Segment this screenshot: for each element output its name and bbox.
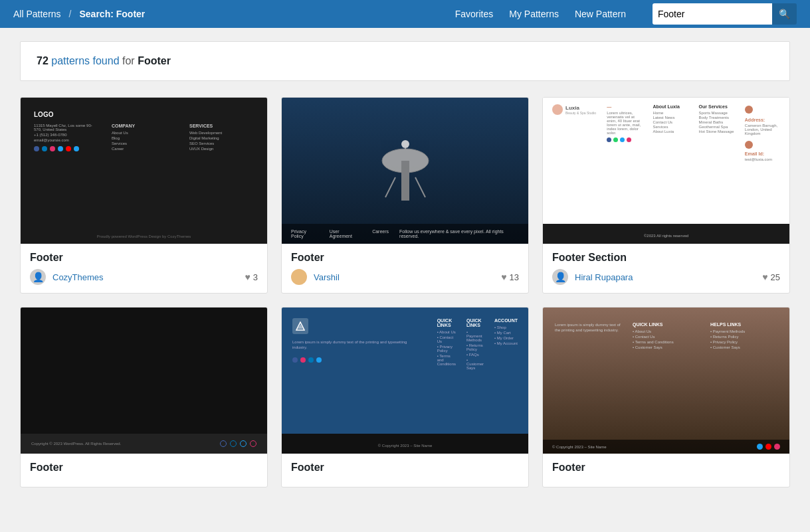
pattern-card: LOGO 11315 Mayell Chz, Los some 90-570, … bbox=[20, 97, 268, 294]
results-count: 72 bbox=[37, 55, 49, 66]
svg-line-3 bbox=[415, 177, 425, 197]
pattern-card: Lorem ipsum is simply dummy text of the … bbox=[281, 307, 529, 488]
heart-icon: ♥ bbox=[762, 272, 767, 282]
my-patterns-link[interactable]: My Patterns bbox=[509, 9, 559, 19]
pattern-preview[interactable]: Copyright © 2023 WordPress. All Rights R… bbox=[21, 308, 267, 454]
author-name[interactable]: CozyThemes bbox=[52, 272, 104, 282]
pattern-card: Copyright © 2023 WordPress. All Rights R… bbox=[20, 307, 268, 488]
favorites-link[interactable]: Favorites bbox=[455, 9, 494, 19]
author-name[interactable]: Varshil bbox=[314, 272, 340, 282]
pattern-card: Luxia Beauty & Spa Studio — Lorem ultric… bbox=[542, 97, 790, 294]
results-query: Footer bbox=[138, 55, 171, 66]
heart-icon: ♥ bbox=[245, 272, 250, 282]
author-name[interactable]: Hiral Rupapara bbox=[575, 272, 633, 282]
pattern-meta: Varshil ♥ 13 bbox=[291, 269, 519, 285]
like-count: 13 bbox=[510, 272, 519, 282]
pattern-title: Footer bbox=[30, 252, 258, 264]
breadcrumb-separator: / bbox=[69, 9, 72, 19]
pattern-info: Footer Section 👤 Hiral Rupapara ♥ 25 bbox=[543, 244, 789, 293]
author-avatar: 👤 bbox=[30, 269, 46, 285]
main-nav: Favorites My Patterns New Pattern 🔍 bbox=[455, 3, 797, 25]
pattern-info: Footer bbox=[543, 454, 789, 487]
results-for-label: for bbox=[122, 55, 138, 66]
pattern-info: Footer Varshil ♥ 13 bbox=[282, 244, 528, 293]
pattern-preview[interactable]: LOGO 11315 Mayell Chz, Los some 90-570, … bbox=[21, 98, 267, 244]
results-text: 72 patterns found for Footer bbox=[37, 55, 773, 67]
pattern-title: Footer Section bbox=[552, 252, 780, 264]
pattern-info: Footer bbox=[21, 454, 267, 487]
pattern-title: Footer bbox=[291, 252, 519, 264]
pattern-title: Footer bbox=[30, 462, 258, 474]
new-pattern-link[interactable]: New Pattern bbox=[575, 9, 626, 19]
svg-point-4 bbox=[401, 140, 409, 148]
search-input[interactable] bbox=[653, 3, 772, 25]
pattern-preview[interactable]: Lorem ipsum is simply dummy text of the … bbox=[543, 308, 789, 454]
site-header: All Patterns / Search: Footer Favorites … bbox=[0, 0, 810, 28]
author-avatar bbox=[291, 269, 307, 285]
pattern-meta: 👤 Hiral Rupapara ♥ 25 bbox=[552, 269, 780, 285]
author-avatar: 👤 bbox=[552, 269, 568, 285]
heart-icon: ♥ bbox=[501, 272, 506, 282]
pattern-preview[interactable]: Lorem ipsum is simply dummy text of the … bbox=[282, 308, 528, 454]
svg-line-2 bbox=[385, 177, 395, 197]
pattern-preview[interactable]: Luxia Beauty & Spa Studio — Lorem ultric… bbox=[543, 98, 789, 244]
pattern-meta: 👤 CozyThemes ♥ 3 bbox=[30, 269, 258, 285]
results-label: patterns found bbox=[51, 55, 122, 66]
breadcrumb-current: Search: Footer bbox=[79, 9, 145, 19]
likes: ♥ 3 bbox=[245, 272, 258, 282]
likes: ♥ 13 bbox=[501, 272, 519, 282]
like-count: 25 bbox=[771, 272, 780, 282]
search-bar: 🔍 bbox=[653, 3, 797, 25]
like-count: 3 bbox=[253, 272, 258, 282]
pattern-card: Privacy Policy User Agreement Careers Fo… bbox=[281, 97, 529, 294]
pattern-card: Lorem ipsum is simply dummy text of the … bbox=[542, 307, 790, 488]
all-patterns-link[interactable]: All Patterns bbox=[13, 9, 61, 19]
pattern-title: Footer bbox=[291, 462, 519, 474]
pattern-info: Footer 👤 CozyThemes ♥ 3 bbox=[21, 244, 267, 293]
breadcrumb-area: All Patterns / Search: Footer bbox=[13, 9, 455, 19]
likes: ♥ 25 bbox=[762, 272, 780, 282]
main-content: 72 patterns found for Footer LOGO 11315 … bbox=[0, 28, 810, 501]
svg-rect-1 bbox=[401, 161, 409, 201]
pattern-preview[interactable]: Privacy Policy User Agreement Careers Fo… bbox=[282, 98, 528, 244]
pattern-grid: LOGO 11315 Mayell Chz, Los some 90-570, … bbox=[20, 97, 790, 488]
search-button[interactable]: 🔍 bbox=[772, 3, 797, 25]
pattern-title: Footer bbox=[552, 462, 780, 474]
results-banner: 72 patterns found for Footer bbox=[20, 41, 790, 81]
pattern-info: Footer bbox=[282, 454, 528, 487]
search-icon: 🔍 bbox=[779, 9, 790, 19]
